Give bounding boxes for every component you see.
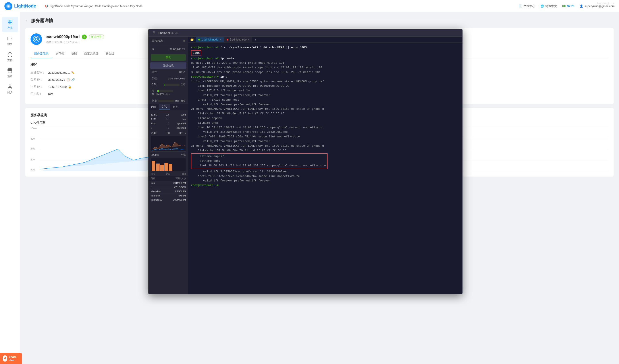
share-idea-button[interactable]: Share Idea	[0, 353, 22, 364]
bios-output: BIOS	[191, 50, 201, 56]
cpu-stat-value: 2%	[163, 83, 185, 86]
svg-marker-13	[84, 36, 85, 38]
server-name: ecs-wb0000p19ari	[46, 35, 80, 39]
server-avatar	[30, 33, 42, 45]
terminal-line-1: root@ehxq0wzr:~# [ -d /sys/firmware/efi …	[191, 45, 460, 50]
terminal-content[interactable]: root@ehxq0wzr:~# [ -d /sys/firmware/efi …	[188, 43, 462, 294]
doc-center-button[interactable]: 📄 文档中心	[519, 4, 535, 8]
sidebar-item-products[interactable]: 产品	[2, 17, 18, 32]
terminal-tab-1[interactable]: 1 dd-lightnode ✕	[196, 37, 224, 42]
latency-chart	[151, 158, 186, 171]
username-value: root	[48, 92, 53, 96]
sidebar: 产品 财务 支持 邀请 账户	[0, 12, 20, 364]
balance-display[interactable]: 💵 $7.73	[562, 4, 574, 8]
terminal-output-21: altname ens7	[193, 159, 326, 164]
sysinfo-button[interactable]: 系统信息	[150, 62, 186, 69]
back-button[interactable]: ←	[25, 19, 29, 23]
page-header: ← 服务器详情	[25, 18, 614, 24]
terminal-output-1: default via 38.60.203.1 dev eth1 proto d…	[191, 61, 460, 66]
sidebar-item-finance[interactable]: 财务	[2, 33, 18, 48]
language-switcher[interactable]: 🌐 简体中文	[540, 4, 557, 8]
sidebar-item-account[interactable]: 账户	[2, 82, 18, 97]
disk-row-run: /run391M/392M	[149, 181, 188, 185]
chart-label-100: 100%	[30, 127, 39, 130]
add-tab-button[interactable]: ＋	[252, 37, 259, 42]
highlight-box: altname enp0s7 altname ens7 inet 38.60.2…	[191, 153, 327, 169]
hostname-value: 202308161752... ✏️	[48, 71, 75, 74]
terminal-tabbar: 📁 1 dd-lightnode ✕ 2 dd-lightnode ✕ ＋	[188, 37, 462, 43]
tab-memory[interactable]: 内存	[149, 104, 159, 110]
tab-snapshot[interactable]: 快照	[68, 49, 81, 58]
finalshell-icon: 🖥	[152, 31, 155, 35]
finalshell-title: FinalShell 4.2.4	[158, 31, 178, 35]
swap-bar	[158, 100, 174, 102]
latency-host: 本机	[181, 153, 186, 157]
copy-ip-button[interactable]: 复制	[151, 54, 186, 61]
tab-server-info[interactable]: 服务器信息	[30, 49, 52, 58]
ip-label: IP	[152, 48, 154, 51]
header: LightNode 📢 LightNode Adds Myanmar Yango…	[0, 0, 619, 12]
sidebar-item-support[interactable]: 支持	[2, 49, 18, 64]
disk-row-shm: /dev/shm1.9G/1.9G	[149, 189, 188, 194]
stat-memory: 内存 373M/3.8G	[149, 87, 188, 98]
net-stats-row: ↑14K ↓6K eth1 ▾	[149, 130, 188, 136]
announcement-icon: 📢	[45, 4, 48, 8]
terminal-output-23: valid_lft 315359663sec preferred_lft 315…	[191, 169, 460, 174]
terminal-output-5: link/loopback 00:00:00:00:00:00 brd 00:0…	[191, 84, 460, 88]
load-label: 负载	[152, 77, 157, 80]
tab-custom-image[interactable]: 自定义镜像	[81, 49, 102, 58]
status-badge: 运行中	[89, 34, 104, 39]
balance-value: $7.73	[567, 4, 574, 8]
folder-icon[interactable]: 📁	[190, 38, 194, 41]
hostname-edit-icon[interactable]: ✏️	[71, 71, 75, 74]
terminal-tab-2[interactable]: 2 dd-lightnode ✕	[224, 37, 252, 42]
cpu-bar-fill	[164, 84, 164, 86]
col-mem	[149, 111, 162, 112]
latency-bar-3	[160, 165, 164, 171]
table-row: 4.2M0.3top	[149, 117, 188, 121]
disk-row-user: /run/user/0392M/392M	[149, 198, 188, 202]
net-interface: eth1 ▾	[179, 132, 186, 135]
terminal-output-8: inet6 ::1/128 scope host	[191, 98, 460, 102]
logo-text: LightNode	[14, 3, 36, 9]
terminal-output-7: valid_lft forever preferred_lft forever	[191, 93, 460, 98]
doc-icon: 📄	[519, 4, 522, 8]
stat-runtime: 运行 10 分	[149, 69, 188, 75]
runtime-label: 运行	[152, 70, 157, 74]
latency-label-188: 188	[182, 173, 186, 175]
tab-cpu[interactable]: CPU	[159, 104, 170, 110]
latency-row: 200ms 本机	[149, 152, 188, 158]
tab1-close[interactable]: ✕	[220, 39, 221, 41]
sync-status-row: 同步状态	[149, 37, 188, 45]
table-row: 11M0systemd	[149, 122, 188, 126]
sidebar-item-invite[interactable]: 邀请	[2, 65, 18, 81]
stat-cpu: CPU 2%	[149, 82, 188, 87]
load-value: 0.04, 0.07, 0.02	[168, 77, 185, 80]
copy-ip-icon[interactable]: 📋	[66, 78, 70, 82]
stat-swap: 交换 0% 0/0	[149, 98, 188, 104]
terminal-output-2: 10.63.187.0/24 dev eth0 proto kernel sco…	[191, 66, 460, 70]
chart-y-axis: 100% 80% 60% 40% 20%	[30, 127, 39, 171]
user-menu[interactable]: 👤 superyuluo@gmail.com	[580, 4, 615, 8]
latency-label-396: 396	[151, 173, 155, 175]
tab-block-storage[interactable]: 块存储	[52, 49, 68, 58]
memory-stat-label: 内存	[152, 89, 156, 96]
status-text: 运行中	[94, 35, 102, 39]
internal-ip-value: 10.63.187.180 🔒	[48, 85, 71, 88]
terminal-line-4: root@ehxq0wzr:~# ip a	[191, 75, 460, 79]
public-ip-value: 38.60.203.71 📋 🔗	[48, 78, 75, 82]
grid-icon	[7, 19, 13, 25]
logo[interactable]: LightNode	[4, 2, 36, 10]
svg-rect-3	[8, 20, 10, 22]
tab-commands[interactable]: 命令	[170, 104, 181, 110]
tab2-close[interactable]: ✕	[248, 39, 250, 41]
sidebar-label-finance: 财务	[7, 42, 13, 46]
play-button[interactable]	[82, 35, 87, 39]
net-chart-svg	[152, 137, 185, 151]
disk-col-space: 可用/大小	[175, 177, 186, 180]
latency-labels: 396 292 188	[149, 172, 188, 176]
tab-security-group[interactable]: 安全组	[102, 49, 118, 58]
sidebar-label-support: 支持	[7, 58, 13, 62]
net-upload: ↑14K	[151, 132, 157, 135]
cpu-stat-label: CPU	[152, 83, 157, 86]
